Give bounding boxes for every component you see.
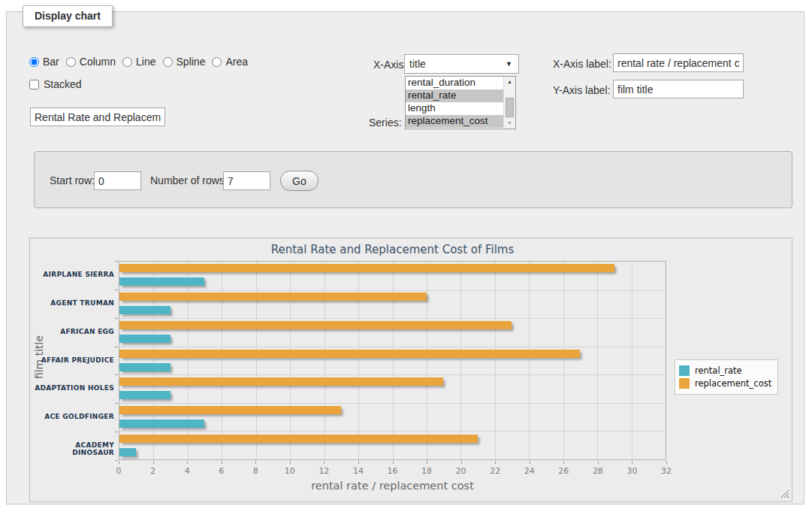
gridline-h xyxy=(119,318,666,319)
gridline-v xyxy=(495,262,496,459)
x-tick-label: 20 xyxy=(456,466,466,476)
series-option-rental_rate[interactable]: rental_rate xyxy=(406,89,503,102)
bar-replacement_cost xyxy=(119,292,427,301)
y-tick-mark xyxy=(115,460,118,461)
y-tick-mark xyxy=(115,347,118,347)
x-tick-label: 14 xyxy=(353,466,364,476)
bar-rental_rate xyxy=(119,448,136,456)
radio-spline[interactable] xyxy=(163,57,173,67)
chevron-down-icon: ▼ xyxy=(506,60,512,68)
bar-rental_rate xyxy=(119,306,171,314)
y-tick-mark xyxy=(115,289,118,290)
x-tick-mark xyxy=(495,461,496,464)
x-tick-label: 0 xyxy=(116,466,122,476)
x-tick-label: 10 xyxy=(285,466,295,476)
bar-replacement_cost xyxy=(119,406,341,414)
category-label: ADAPTATION HOLES xyxy=(32,384,114,392)
x-tick-label: 4 xyxy=(185,466,190,476)
x-tick-mark xyxy=(255,461,256,464)
bar-replacement_cost xyxy=(119,264,614,272)
chart-title-input[interactable] xyxy=(30,108,165,126)
go-button[interactable]: Go xyxy=(280,171,318,191)
y-tick-mark xyxy=(115,261,118,262)
radio-area[interactable] xyxy=(212,57,222,67)
gridline-v xyxy=(324,262,325,459)
gridline-v xyxy=(222,262,222,459)
chart-type-option-line[interactable]: Line xyxy=(122,56,155,68)
x-tick-mark xyxy=(187,461,188,464)
series-option-length[interactable]: length xyxy=(406,102,503,115)
radio-column[interactable] xyxy=(66,57,76,67)
radio-bar[interactable] xyxy=(29,57,39,67)
y-axis-label-label: Y-Axis label: xyxy=(553,84,611,96)
bar-rental_rate xyxy=(119,277,204,286)
radio-label: Area xyxy=(225,56,248,68)
x-tick-mark xyxy=(324,461,324,464)
x-tick-label: 18 xyxy=(421,466,432,476)
chart-legend: rental_ratereplacement_cost xyxy=(675,359,778,395)
x-tick-label: 16 xyxy=(388,466,398,476)
radio-label: Spline xyxy=(177,56,206,68)
x-tick-mark xyxy=(358,461,359,464)
bar-rental_rate xyxy=(119,391,171,399)
x-tick-label: 32 xyxy=(661,466,672,476)
chart-type-option-column[interactable]: Column xyxy=(66,56,116,68)
series-scrollbar[interactable]: ▲ ▼ xyxy=(503,77,515,129)
gridline-h xyxy=(119,403,666,404)
bar-replacement_cost xyxy=(119,350,580,358)
x-axis-label-label: X-Axis label: xyxy=(553,58,611,70)
start-row-label: Start row: xyxy=(50,174,95,186)
category-label: ACE GOLDFINGER xyxy=(32,413,114,420)
chart-type-option-bar[interactable]: Bar xyxy=(29,56,59,68)
series-multiselect[interactable]: rental_durationrental_ratelengthreplacem… xyxy=(405,76,516,129)
start-row-input[interactable] xyxy=(94,171,141,190)
radio-label: Bar xyxy=(43,56,59,68)
scroll-up-icon[interactable]: ▲ xyxy=(504,77,515,87)
category-label: AFFAIR PREJUDICE xyxy=(32,356,114,364)
category-label: AFRICAN EGG xyxy=(32,328,114,335)
chart-type-option-spline[interactable]: Spline xyxy=(163,56,206,68)
x-tick-label: 22 xyxy=(490,466,500,476)
gridline-h xyxy=(119,374,666,375)
gridline-v xyxy=(153,262,154,459)
x-tick-mark xyxy=(427,461,427,464)
bar-rental_rate xyxy=(119,420,204,428)
category-label: ACADEMY DINOSAUR xyxy=(32,441,114,456)
resize-handle-icon[interactable] xyxy=(780,489,789,498)
bar-rental_rate xyxy=(119,363,171,371)
stacked-checkbox[interactable] xyxy=(29,80,39,89)
y-axis-label-input[interactable] xyxy=(613,80,744,98)
x-tick-mark xyxy=(153,461,154,464)
chart-type-option-area[interactable]: Area xyxy=(212,56,248,68)
series-option-rental_duration[interactable]: rental_duration xyxy=(406,77,503,89)
series-options: rental_durationrental_ratelengthreplacem… xyxy=(406,77,515,128)
gridline-v xyxy=(427,262,427,459)
stacked-label: Stacked xyxy=(44,78,82,90)
category-label: AGENT TRUMAN xyxy=(32,299,114,307)
scrollbar-thumb[interactable] xyxy=(506,98,514,117)
x-tick-label: 6 xyxy=(219,466,224,476)
x-tick-mark xyxy=(461,461,462,464)
legend-label: replacement_cost xyxy=(695,378,771,389)
gridline-v xyxy=(632,262,632,459)
bar-replacement_cost xyxy=(119,377,443,386)
gridline-h xyxy=(119,290,666,291)
series-option-replacement_cost[interactable]: replacement_cost xyxy=(406,115,503,128)
chart-container: Rental Rate and Replacement Cost of Film… xyxy=(29,238,792,502)
legend-item-rental_rate: rental_rate xyxy=(679,365,771,376)
num-rows-input[interactable] xyxy=(223,171,270,190)
x-axis-select[interactable]: title ▼ xyxy=(404,54,519,74)
gridline-v xyxy=(256,262,257,459)
gridline-v xyxy=(529,262,530,459)
radio-line[interactable] xyxy=(122,57,132,67)
x-tick-label: 12 xyxy=(318,466,329,476)
x-axis-label-input[interactable] xyxy=(613,53,744,72)
x-tick-mark xyxy=(119,461,119,464)
scroll-down-icon[interactable]: ▼ xyxy=(504,118,515,129)
stacked-row: Stacked xyxy=(29,78,82,90)
gridline-h xyxy=(119,431,666,432)
gridline-v xyxy=(358,262,359,459)
chart-plot-area xyxy=(119,261,666,460)
radio-label: Column xyxy=(80,56,116,68)
legend-item-replacement_cost: replacement_cost xyxy=(679,378,771,389)
